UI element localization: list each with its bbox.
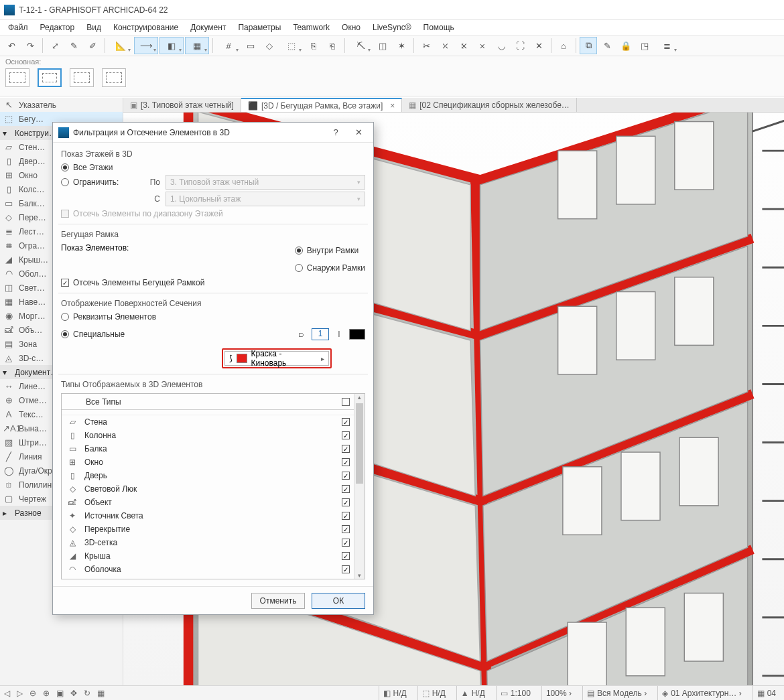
type-slab[interactable]: ◇Перекрытие bbox=[62, 522, 354, 536]
section-icon[interactable]: ⬚ bbox=[279, 37, 304, 54]
snap-icon[interactable]: ▦ bbox=[185, 37, 209, 54]
type-light[interactable]: ✦Источник Света bbox=[62, 509, 354, 522]
morph-icon: ◉ bbox=[3, 311, 15, 321]
orbit-icon[interactable]: ↻ bbox=[84, 689, 90, 698]
marquee-mode-2[interactable] bbox=[38, 68, 62, 87]
select-to-story: 3. Типовой этаж четный▾ bbox=[166, 175, 365, 190]
marquee-mode-3[interactable] bbox=[70, 68, 94, 87]
fillet-icon[interactable]: ◡ bbox=[493, 37, 510, 54]
lock-icon[interactable]: 🔒 bbox=[617, 37, 635, 54]
scrollbar[interactable] bbox=[354, 394, 365, 579]
menu-document[interactable]: Документ bbox=[185, 21, 231, 33]
type-roof[interactable]: ◢Крыша bbox=[62, 549, 354, 563]
pen-color-swatch[interactable] bbox=[349, 329, 365, 340]
type-list-header[interactable]: Все Типы bbox=[62, 394, 354, 410]
type-column[interactable]: ▯Колонна bbox=[62, 429, 354, 442]
type-mesh[interactable]: ◬3D-сетка bbox=[62, 536, 354, 549]
edit-icon[interactable]: ✎ bbox=[598, 37, 616, 54]
menu-editor[interactable]: Редактор bbox=[35, 21, 80, 33]
type-object[interactable]: 🛋Объект bbox=[62, 496, 354, 509]
svg-rect-16 bbox=[616, 292, 655, 360]
radio-special[interactable]: Специальные bbox=[61, 330, 297, 339]
nav-back-icon[interactable]: ◁ bbox=[4, 689, 10, 698]
menu-parameters[interactable]: Параметры bbox=[233, 21, 286, 33]
wall-icon: ▱ bbox=[66, 417, 79, 427]
type-beam[interactable]: ▭Балка bbox=[62, 442, 354, 456]
zoom-in-icon[interactable]: ⊕ bbox=[43, 689, 50, 698]
suspend-icon[interactable]: ✂ bbox=[417, 37, 435, 54]
type-wall[interactable]: ▱Стена bbox=[62, 415, 354, 429]
magic-icon[interactable]: ✶ bbox=[393, 37, 410, 54]
undo-icon[interactable]: ↶ bbox=[3, 37, 20, 54]
radio-requisites[interactable]: Реквизиты Элементов bbox=[61, 312, 365, 322]
menu-file[interactable]: Файл bbox=[3, 21, 34, 33]
resize-icon[interactable]: ⛶ bbox=[511, 37, 529, 54]
menu-livesync[interactable]: LiveSync® bbox=[367, 21, 417, 33]
status-layer[interactable]: ◈01 Архитектурн… › bbox=[657, 686, 745, 700]
radio-outside[interactable]: Снаружи Рамки bbox=[295, 263, 365, 273]
status-nd1: ◧Н/Д bbox=[379, 686, 411, 700]
adjust-icon[interactable]: ⤪ bbox=[455, 37, 472, 54]
menu-view[interactable]: Вид bbox=[81, 21, 107, 33]
home-icon[interactable]: ⌂ bbox=[555, 37, 572, 54]
guide-x-icon[interactable]: ⟶ bbox=[134, 37, 158, 54]
nav-fwd-icon[interactable]: ▷ bbox=[17, 689, 23, 698]
type-shell[interactable]: ◠Оболочка bbox=[62, 563, 354, 576]
radio-limit-stories[interactable]: Ограничить: bbox=[61, 178, 141, 187]
pick-icon[interactable]: ⤢ bbox=[46, 37, 64, 54]
detach-icon[interactable]: ⎗ bbox=[324, 37, 341, 54]
menu-construct[interactable]: Конструирование bbox=[108, 21, 184, 33]
intersect-icon[interactable]: ⨉ bbox=[474, 37, 491, 54]
type-window[interactable]: ⊞Окно bbox=[62, 456, 354, 469]
marquee-mode-4[interactable] bbox=[102, 68, 126, 87]
surface-icon[interactable]: ◫ bbox=[374, 37, 391, 54]
check-cut-marquee[interactable]: Отсечь Элементы Бегущей Рамкой bbox=[61, 278, 365, 287]
status-scale[interactable]: ▭1:100 bbox=[496, 686, 535, 700]
split-icon[interactable]: ✕ bbox=[530, 37, 547, 54]
checkbox-icon[interactable] bbox=[342, 398, 350, 406]
eyedrop-icon[interactable]: ✎ bbox=[65, 37, 82, 54]
trace-icon[interactable]: ◇ bbox=[261, 37, 278, 54]
tab-3d[interactable]: ⬛[3D / Бегущая Рамка, Все этажи]× bbox=[241, 98, 402, 112]
dialog-help-button[interactable]: ? bbox=[326, 127, 345, 137]
tab-floorplan[interactable]: ▣[3. Типовой этаж четный] bbox=[123, 98, 241, 112]
zoom-out-icon[interactable]: ⊖ bbox=[29, 689, 36, 698]
measure-icon[interactable]: 📐 bbox=[109, 37, 133, 54]
trim-icon[interactable]: ⤫ bbox=[436, 37, 454, 54]
layers-icon[interactable]: ≣ bbox=[655, 37, 679, 54]
tool-arrow[interactable]: ↖Указатель bbox=[0, 98, 123, 112]
magnet-icon[interactable]: ⧉ bbox=[580, 37, 597, 54]
type-skylight[interactable]: ◇Световой Люк bbox=[62, 482, 354, 496]
menu-teamwork[interactable]: Teamwork bbox=[287, 21, 335, 33]
inject-icon[interactable]: ✐ bbox=[84, 37, 101, 54]
radio-inside[interactable]: Внутри Рамки bbox=[295, 246, 358, 255]
fit-icon[interactable]: ▣ bbox=[56, 689, 64, 698]
dialog-close-button[interactable]: ✕ bbox=[349, 127, 368, 137]
radio-all-stories[interactable]: Все Этажи bbox=[61, 163, 365, 172]
menu-help[interactable]: Помощь bbox=[418, 21, 460, 33]
menu-window[interactable]: Окно bbox=[336, 21, 366, 33]
marquee-mode-1[interactable] bbox=[5, 68, 29, 87]
hand-icon[interactable]: ✥ bbox=[70, 689, 77, 698]
status-model[interactable]: ▤Вся Модель › bbox=[582, 686, 651, 700]
attach-icon[interactable]: ⎘ bbox=[305, 37, 322, 54]
ok-button[interactable]: ОК bbox=[312, 593, 365, 609]
pen-input[interactable]: 1 bbox=[312, 328, 329, 340]
stair-icon: ≣ bbox=[3, 226, 15, 236]
ruler-icon[interactable]: ▭ bbox=[242, 37, 259, 54]
guide-plane-icon[interactable]: ◧ bbox=[159, 37, 184, 54]
grid-toggle-icon[interactable]: ▦ bbox=[97, 689, 105, 698]
scrollbar-thumb[interactable] bbox=[356, 403, 363, 484]
type-door[interactable]: ▯Дверь bbox=[62, 469, 354, 482]
material-label: Краска - Киноварь bbox=[251, 349, 317, 368]
grid-icon[interactable]: # bbox=[216, 37, 241, 54]
cancel-button[interactable]: Отменить bbox=[251, 593, 305, 609]
close-icon[interactable]: × bbox=[390, 101, 395, 111]
status-extra[interactable]: ▦04 bbox=[753, 686, 780, 700]
redo-icon[interactable]: ↷ bbox=[21, 37, 39, 54]
tab-schedule[interactable]: ▦[02 Спецификация сборных железобе… bbox=[402, 98, 577, 112]
material-picker[interactable]: ⟆ Краска - Киноварь ▸ bbox=[224, 351, 329, 366]
status-zoom[interactable]: 100% › bbox=[541, 686, 576, 700]
gravity-icon[interactable]: ⛏ bbox=[348, 37, 373, 54]
cube-icon[interactable]: ◳ bbox=[636, 37, 653, 54]
